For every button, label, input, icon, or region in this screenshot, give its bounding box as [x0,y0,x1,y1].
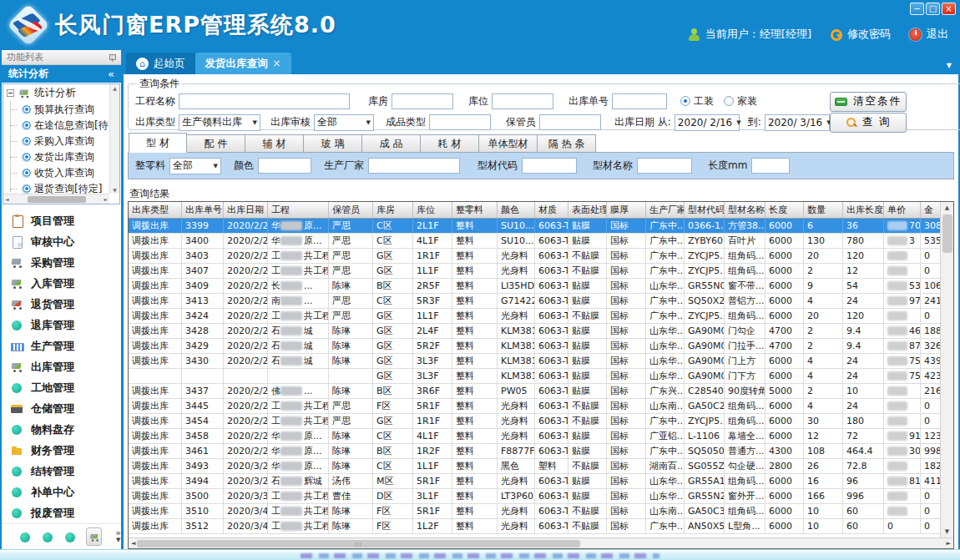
radio-home-wear[interactable]: 家装 [724,94,757,108]
location-input[interactable] [492,93,553,109]
tree-root-node[interactable]: 统计分析 [3,84,119,102]
maker-input[interactable] [368,158,460,174]
column-header[interactable]: 长度 [765,202,804,218]
sidebar-item[interactable]: 出库管理 [2,356,121,377]
column-header[interactable]: 出库长度 [843,202,884,218]
table-row[interactable]: 调拨出库35102020/3/4工共工程陈琳F区5R1F整料光身料6063-T5… [129,504,940,519]
tree-horizontal-scrollbar[interactable]: ◄ ► [3,194,109,204]
table-row[interactable]: 调拨出库34092020/2/25长...陈琳B区2R5F整料LI35HD606… [129,279,940,294]
column-header[interactable]: 数量 [804,202,843,218]
material-tab[interactable]: 配 件 [187,134,245,153]
color-input[interactable] [258,158,311,174]
sidebar-item[interactable]: 生产管理 [2,335,121,356]
date-from-select[interactable]: 2020/ 2/16▼ [675,114,740,131]
table-row[interactable]: 调拨出库33992020/2/25华原...严思C区2L1F整料SU10...6… [129,219,940,234]
table-row[interactable]: 调拨出库34002020/2/25华原...严思C区4L1F整料SU10...6… [129,234,940,249]
close-button[interactable]: × [942,3,956,15]
column-header[interactable]: 出库日期 [224,202,268,218]
column-header[interactable]: 膜厚 [607,202,646,218]
project-name-input[interactable] [179,93,350,109]
product-type-input[interactable] [429,114,491,130]
tab-shipment-query[interactable]: 发货出库查询 × [195,53,291,74]
table-row[interactable]: 调拨出库34032020/2/25工共工程严思G区1R1F整料光身料6063-T… [129,249,940,264]
order-no-input[interactable] [612,93,667,109]
minimize-button[interactable]: − [910,3,924,15]
table-row[interactable]: 调拨出库34292020/2/26石城陈琳G区5R2F整料KLM38176063… [129,339,940,354]
table-row[interactable]: 调拨出库34302020/2/26石城陈琳G区3L3F整料KLM38176063… [129,354,940,369]
table-row[interactable]: 调拨出库34452020/2/27工共工程严思F区5R1F整料光身料6063-T… [129,399,940,414]
sidebar-item[interactable]: 补单中心 [2,482,121,502]
table-row[interactable]: 调拨出库34932020/3/2华原...陈琳C区1L1F整料黑色塑料不贴膜国标… [129,459,940,474]
profile-name-input[interactable] [637,158,692,174]
scroll-right-icon[interactable]: ► [947,540,951,547]
tree-expander-icon[interactable] [7,89,14,97]
radio-work-wear[interactable]: 工装 [680,94,714,108]
pin-icon[interactable] [109,53,116,62]
sidebar-item[interactable]: 退库管理 [2,315,121,335]
table-row[interactable]: 调拨出库34372020/2/27佛...陈琳B区3R6F整料PW056063-… [129,384,940,399]
scroll-up-icon[interactable]: ▲ [113,85,117,91]
profile-code-input[interactable] [522,158,577,174]
tree-item[interactable]: 预算执行查询 [3,102,119,118]
tab-close-icon[interactable]: × [273,58,281,69]
module-dot-icon[interactable] [41,531,52,543]
module-dot-icon[interactable] [18,531,29,543]
logout-button[interactable]: 退出 [909,27,948,42]
column-header[interactable]: 工程 [268,202,329,218]
table-row[interactable]: 调拨出库34612020/2/28华原...陈琳B区1R2F整料F8877FT6… [129,444,940,459]
column-header[interactable]: 库房 [373,202,413,218]
material-tab[interactable]: 单体型材 [479,134,538,153]
table-row[interactable]: 调拨出库34242020/2/26工共工程严思G区1L1F整料光身料6063-T… [129,309,940,324]
tree-item[interactable]: 发货出库查询 [3,149,119,165]
clear-conditions-button[interactable]: 清空条件 [830,92,907,112]
warehouse-input[interactable] [392,93,453,109]
scroll-right-icon[interactable]: ► [104,196,108,202]
column-header[interactable]: 表面处理 [568,202,607,218]
table-row[interactable]: 调拨出库35002020/3/3工共工程曹佳D区3L1F整料LT3P606063… [129,489,940,504]
more-modules-button[interactable] [86,527,102,546]
table-horizontal-scrollbar[interactable]: ◄ ||| ► [129,537,953,548]
sidebar-item[interactable]: 项目管理 [2,210,121,231]
material-tab[interactable]: 耗 材 [421,134,479,153]
column-header[interactable]: 颜色 [498,202,535,218]
collapse-icon[interactable]: « [108,68,114,80]
material-tab[interactable]: 玻 璃 [304,134,362,153]
scrollbar-thumb[interactable] [942,214,952,253]
table-row[interactable]: 调拨出库34582020/2/28华原...陈琳C区4L1F整料光身料6063-… [129,429,940,444]
audit-select[interactable]: 全部▼ [314,114,374,131]
tree-item[interactable]: 在途信息查询[待 [3,118,119,134]
material-tab[interactable]: 辅 材 [245,134,304,153]
tab-overflow-icon[interactable]: ▼ [947,62,952,69]
module-dot-icon[interactable] [63,531,74,543]
sidebar-item[interactable]: 仓储管理 [2,398,121,419]
column-header[interactable]: 材质 [535,202,568,218]
table-row[interactable]: 调拨出库34542020/2/28工共工程严思G区1R1F整料光身料6063-T… [129,414,940,429]
date-to-select[interactable]: 2020/ 3/16▼ [765,114,830,131]
scroll-up-icon[interactable]: ▲ [945,202,949,214]
scroll-left-icon[interactable]: ◄ [131,540,135,547]
column-header[interactable]: 保管员 [329,202,373,218]
table-row[interactable]: 调拨出库35122020/3/4工共工程陈琳F区1L2F整料光身料6063-T5… [129,519,940,534]
table-vertical-scrollbar[interactable]: ▲ ▼ [940,202,953,537]
sidebar-item[interactable]: 报废管理 [2,502,121,523]
statistics-section-header[interactable]: 统计分析 « [2,65,121,82]
material-tab[interactable]: 型 材 [129,133,187,153]
tree-vertical-scrollbar[interactable]: ▲ ▼ [109,84,119,194]
part-select[interactable]: 全部▼ [169,158,221,174]
sidebar-item[interactable]: 入库管理 [2,273,121,294]
column-header[interactable]: 出库类型 [129,202,182,218]
change-password-button[interactable]: 修改密码 [830,27,891,42]
tab-home[interactable]: ⌂ 起始页 [126,53,195,74]
tree-item[interactable]: 收货入库查询 [3,165,119,181]
scroll-down-icon[interactable]: ▼ [113,187,117,193]
scroll-down-icon[interactable]: ▼ [945,526,949,537]
material-tab[interactable]: 成 品 [362,134,421,153]
sidebar-item[interactable]: 财务管理 [2,440,121,461]
sidebar-item[interactable]: 结转管理 [2,461,121,482]
scrollbar-thumb[interactable]: ||| [137,540,579,547]
table-row[interactable]: 调拨出库34942020/3/2石辉城汤伟M区5R1F整料光身料6063-T5贴… [129,474,940,489]
search-button[interactable]: 查 询 [830,113,907,133]
sidebar-item[interactable]: 工地管理 [2,377,121,398]
table-row[interactable]: G区3L3F整料KLM38176063-T5贴膜国标山东华...GA90M09.… [129,369,940,384]
scroll-left-icon[interactable]: ◄ [5,196,9,202]
